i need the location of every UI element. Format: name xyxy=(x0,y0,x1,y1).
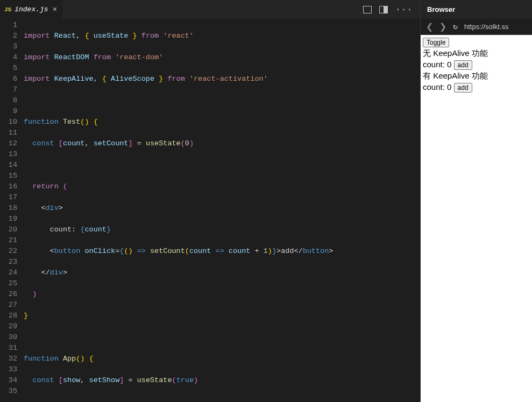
reload-icon[interactable]: ↻ xyxy=(453,22,458,32)
code-editor[interactable]: 1234567891011121314151617181920212223242… xyxy=(0,19,420,402)
address-bar[interactable]: https://solkt.ss xyxy=(464,23,508,31)
editor-tabbar: JS index.js × ··· xyxy=(0,0,420,19)
forward-icon[interactable]: ❯ xyxy=(439,22,446,32)
browser-content: Toggle 无 KeepAlive 功能 count: 0 add 有 Kee… xyxy=(421,35,532,402)
add-button-2[interactable]: add xyxy=(454,83,472,93)
toggle-button[interactable]: Toggle xyxy=(423,38,449,47)
javascript-file-icon: JS xyxy=(4,6,11,13)
browser-tabbar: Browser xyxy=(421,0,532,19)
editor-panel: JS index.js × ··· 1234567891011121314151… xyxy=(0,0,421,402)
count-row-1: count: 0 add xyxy=(423,60,530,70)
code-content[interactable]: import React, { useState } from 'react' … xyxy=(24,19,420,402)
has-keepalive-label: 有 KeepAlive 功能 xyxy=(423,71,530,81)
count-value-2: 0 xyxy=(447,82,451,91)
count-label-2: count: xyxy=(423,82,447,91)
more-actions-icon[interactable]: ··· xyxy=(395,5,413,15)
count-label-1: count: xyxy=(423,60,447,69)
line-number-gutter: 1234567891011121314151617181920212223242… xyxy=(0,19,24,402)
split-editor-right-icon[interactable] xyxy=(379,6,388,13)
file-tab-label: index.js xyxy=(15,5,48,13)
back-icon[interactable]: ❮ xyxy=(426,22,433,32)
add-button-1[interactable]: add xyxy=(454,60,472,70)
count-value-1: 0 xyxy=(447,60,451,69)
browser-toolbar: ❮ ❯ ↻ https://solkt.ss xyxy=(421,19,532,35)
split-editor-icon[interactable] xyxy=(363,6,372,13)
file-tab-indexjs[interactable]: JS index.js × xyxy=(0,0,62,19)
browser-panel: Browser ❮ ❯ ↻ https://solkt.ss Toggle 无 … xyxy=(421,0,532,402)
no-keepalive-label: 无 KeepAlive 功能 xyxy=(423,48,530,59)
count-row-2: count: 0 add xyxy=(423,82,530,93)
browser-tab-label: Browser xyxy=(427,5,455,13)
close-tab-icon[interactable]: × xyxy=(52,5,58,14)
